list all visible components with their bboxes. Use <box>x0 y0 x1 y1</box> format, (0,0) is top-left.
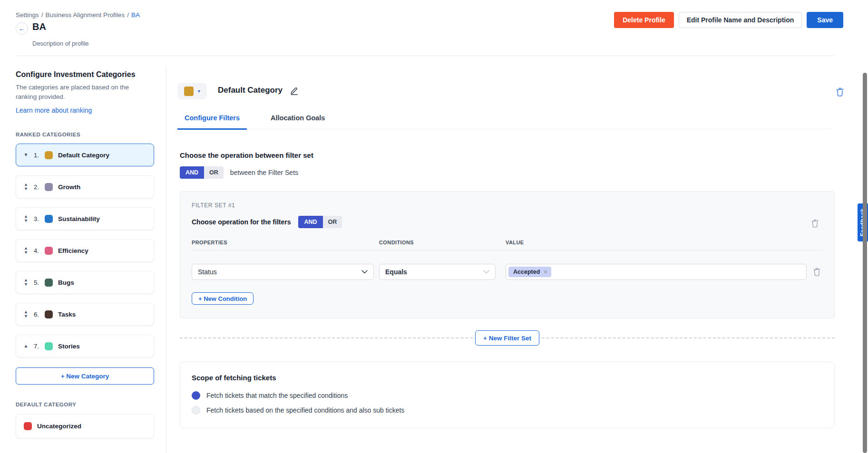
ranked-category-list: ▼ 1. Default Category ▲▼ 2. Growth ▲▼ 3.… <box>16 144 154 357</box>
category-title: Default Category <box>218 86 283 95</box>
and-toggle-option[interactable]: AND <box>180 166 204 179</box>
back-button[interactable]: ← <box>16 22 28 35</box>
reorder-handle[interactable]: ▲▼ <box>22 214 29 223</box>
or-toggle-option[interactable]: OR <box>204 166 224 179</box>
tab-allocation-goals[interactable]: Allocation Goals <box>263 114 332 130</box>
category-name: Efficiency <box>58 247 88 254</box>
category-rank: 4. <box>34 247 41 254</box>
scope-option-sub-tickets[interactable]: Fetch tickets based on the specified con… <box>192 406 823 414</box>
delete-profile-button[interactable]: Delete Profile <box>614 12 673 28</box>
page-title: BA <box>32 21 46 32</box>
pencil-icon <box>290 86 299 95</box>
move-down-icon[interactable]: ▼ <box>24 282 28 287</box>
move-up-icon[interactable]: ▲ <box>24 344 29 349</box>
sidebar-item-default-category[interactable]: ▼ 1. Default Category <box>16 144 154 166</box>
new-condition-button[interactable]: + New Condition <box>192 292 254 305</box>
edit-category-name-button[interactable] <box>290 86 299 95</box>
sidebar-item-growth[interactable]: ▲▼ 2. Growth <box>16 175 154 198</box>
category-name: Stories <box>58 343 80 350</box>
breadcrumb-profiles[interactable]: Business Alignment Profiles <box>46 11 125 19</box>
move-down-icon[interactable]: ▼ <box>24 314 28 318</box>
new-filter-set-button[interactable]: + New Filter Set <box>475 330 539 346</box>
filter-column-headers: PROPERTIES CONDITIONS VALUE <box>192 240 823 251</box>
category-color-dot <box>45 215 53 223</box>
save-button[interactable]: Save <box>807 12 843 28</box>
sidebar-item-efficiency[interactable]: ▲▼ 4. Efficiency <box>16 239 154 262</box>
chevron-down-icon <box>483 270 489 274</box>
property-select[interactable]: Status <box>192 264 374 280</box>
category-name: Growth <box>58 183 80 191</box>
scope-card: Scope of fetching tickets Fetch tickets … <box>180 362 835 428</box>
configure-filters-panel: Choose the operation between filter set … <box>180 151 835 428</box>
edit-profile-button[interactable]: Edit Profile Name and Description <box>679 12 802 28</box>
conditions-column-header: CONDITIONS <box>379 240 506 245</box>
scope-heading: Scope of fetching tickets <box>192 374 823 382</box>
profile-description: Description of profile <box>32 40 89 47</box>
category-color-picker[interactable]: ▾ <box>177 83 207 99</box>
category-name: Bugs <box>58 279 74 286</box>
scope-option-label: Fetch tickets that match the specified c… <box>206 392 348 399</box>
filter-condition-row: Status Equals Accepted ✕ <box>192 264 823 280</box>
condition-select[interactable]: Equals <box>379 264 496 280</box>
breadcrumb: Settings/Business Alignment Profiles/BA <box>16 11 140 19</box>
move-down-icon[interactable]: ▼ <box>24 219 28 223</box>
and-toggle-option[interactable]: AND <box>298 216 322 228</box>
reorder-handle[interactable]: ▲▼ <box>22 246 29 255</box>
reorder-handle[interactable]: ▲▼ <box>22 278 29 287</box>
category-name: Sustainability <box>58 215 100 222</box>
learn-more-link[interactable]: Learn more about ranking <box>16 106 92 114</box>
vertical-scrollbar[interactable] <box>863 73 867 453</box>
sidebar-item-tasks[interactable]: ▲▼ 6. Tasks <box>16 303 154 326</box>
chevron-down-icon: ▾ <box>198 89 200 94</box>
category-rank: 3. <box>34 215 41 222</box>
sidebar-item-sustainability[interactable]: ▲▼ 3. Sustainability <box>16 207 154 230</box>
category-rank: 7. <box>34 343 41 350</box>
value-multiselect-input[interactable]: Accepted ✕ <box>506 264 807 280</box>
reorder-handle[interactable]: ▲ <box>22 344 29 349</box>
properties-column-header: PROPERTIES <box>192 240 379 245</box>
move-down-icon[interactable]: ▼ <box>24 251 28 255</box>
category-rank: 2. <box>34 183 41 191</box>
scope-option-label: Fetch tickets based on the specified con… <box>206 406 404 414</box>
sidebar-item-stories[interactable]: ▲ 7. Stories <box>16 335 154 357</box>
property-select-value: Status <box>198 268 217 276</box>
header-actions: Delete Profile Edit Profile Name and Des… <box>614 12 843 28</box>
radio-selected-icon[interactable] <box>192 391 200 400</box>
scope-option-match-conditions[interactable]: Fetch tickets that match the specified c… <box>192 391 823 400</box>
breadcrumb-current: BA <box>131 11 140 19</box>
delete-category-button[interactable] <box>836 87 844 98</box>
sidebar: Configure Investment Categories The cate… <box>16 56 154 438</box>
delete-filter-set-button[interactable] <box>811 219 819 228</box>
reorder-handle[interactable]: ▼ <box>22 153 29 158</box>
value-tag-label: Accepted <box>513 269 540 275</box>
category-color-dot <box>45 310 53 318</box>
or-toggle-option[interactable]: OR <box>323 216 342 228</box>
category-title-row: Default Category <box>218 86 299 95</box>
category-color-dot <box>45 183 53 191</box>
reorder-handle[interactable]: ▲▼ <box>22 310 29 319</box>
tab-configure-filters[interactable]: Configure Filters <box>177 114 247 130</box>
delete-condition-button[interactable] <box>813 268 821 276</box>
filter-set-title: FILTER SET #1 <box>192 202 823 209</box>
sidebar-item-uncategorized[interactable]: Uncategorized <box>16 414 154 438</box>
remove-tag-icon[interactable]: ✕ <box>543 269 548 275</box>
sidebar-heading: Configure Investment Categories <box>16 70 154 79</box>
back-arrow-icon: ← <box>19 25 25 32</box>
value-column-header: VALUE <box>506 240 823 245</box>
filters-operation-row: Choose operation for the filters AND OR <box>192 216 823 228</box>
reorder-handle[interactable]: ▲▼ <box>22 183 29 192</box>
category-color-dot <box>24 422 32 430</box>
sidebar-item-bugs[interactable]: ▲▼ 5. Bugs <box>16 271 154 294</box>
ranked-categories-label: RANKED CATEGORIES <box>16 132 154 137</box>
trash-icon <box>813 268 821 276</box>
category-name: Default Category <box>58 152 109 159</box>
and-or-toggle: AND OR <box>298 216 342 228</box>
move-down-icon[interactable]: ▼ <box>24 187 28 191</box>
sidebar-divider <box>166 67 166 453</box>
breadcrumb-settings[interactable]: Settings <box>16 11 39 19</box>
move-down-icon[interactable]: ▼ <box>24 153 29 158</box>
radio-unselected-icon[interactable] <box>192 406 200 414</box>
breadcrumb-separator: / <box>41 11 43 19</box>
new-category-button[interactable]: + New Category <box>16 367 154 385</box>
tab-bar: Configure Filters Allocation Goals <box>177 114 832 129</box>
